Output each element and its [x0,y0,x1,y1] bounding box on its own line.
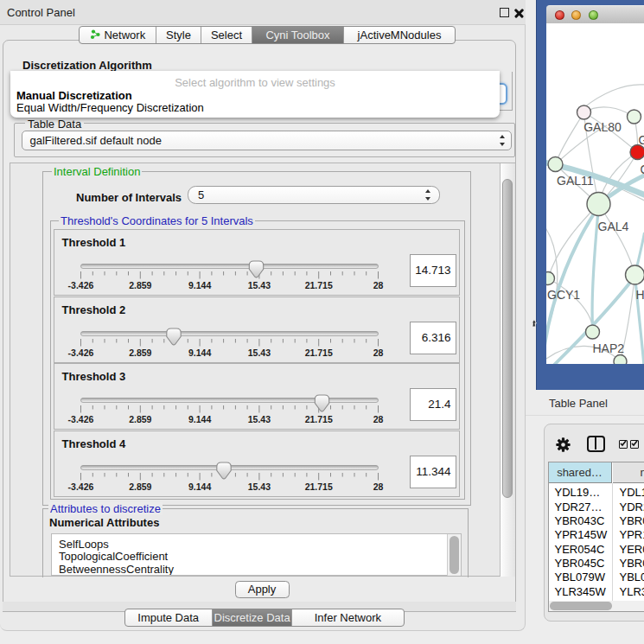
svg-text:15.43: 15.43 [247,481,270,492]
svg-text:15.43: 15.43 [247,414,270,424]
svg-text:2.859: 2.859 [129,414,151,424]
svg-text:-3.426: -3.426 [67,348,93,358]
svg-text:2.859: 2.859 [129,280,151,290]
svg-text:GAL: GAL [638,133,644,147]
svg-text:15.43: 15.43 [247,348,270,358]
svg-text:GAL11: GAL11 [557,174,594,188]
svg-text:9.144: 9.144 [188,348,210,358]
svg-text:15.43: 15.43 [247,280,270,290]
svg-text:21.715: 21.715 [304,280,332,290]
svg-text:HAP: HAP [635,288,644,302]
svg-text:GAL80: GAL80 [583,120,622,134]
svg-text:-3.426: -3.426 [67,414,93,424]
svg-text:GCY1: GCY1 [547,288,580,302]
svg-text:9.144: 9.144 [188,414,210,424]
svg-text:28: 28 [373,481,383,492]
svg-text:28: 28 [373,414,383,424]
svg-text:21.715: 21.715 [304,481,332,492]
svg-text:2.859: 2.859 [129,481,151,492]
svg-text:9.144: 9.144 [188,481,210,492]
svg-text:GAL4: GAL4 [597,220,628,233]
svg-text:28: 28 [373,348,383,358]
svg-text:21.715: 21.715 [304,348,332,358]
svg-text:28: 28 [373,280,383,290]
svg-text:2.859: 2.859 [129,348,151,358]
svg-text:-3.426: -3.426 [67,280,93,290]
svg-text:21.715: 21.715 [304,414,332,424]
svg-text:HAP2: HAP2 [592,341,624,355]
svg-text:-3.426: -3.426 [67,481,93,492]
svg-text:CA: CA [640,163,644,176]
svg-text:9.144: 9.144 [188,280,210,290]
